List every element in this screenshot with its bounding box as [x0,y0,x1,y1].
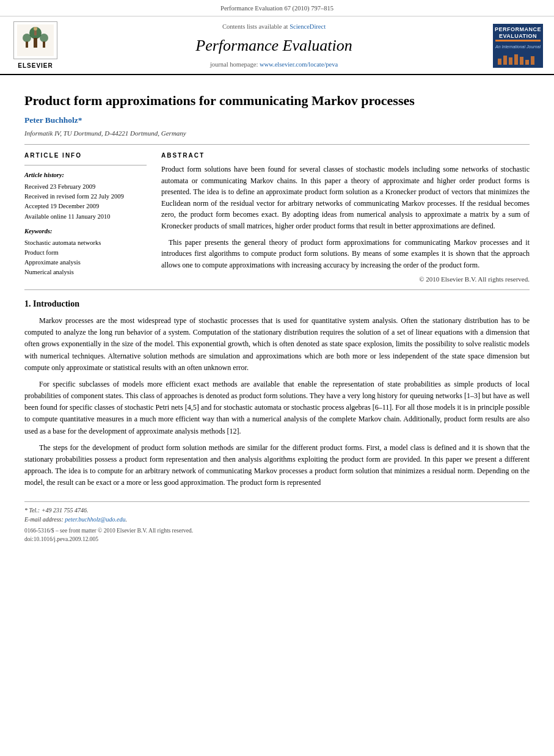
author-affiliation: Informatik IV, TU Dortmund, D-44221 Dort… [24,128,530,139]
available-date: Available online 11 January 2010 [24,212,147,222]
intro-para-1: Markov processes are the most widespread… [24,315,530,374]
svg-point-5 [40,34,48,42]
article-history-label: Article history: [24,170,147,180]
sciencedirect-link[interactable]: ScienceDirect [290,23,326,30]
keyword-2: Product form [24,248,147,258]
two-col-info-abstract: ARTICLE INFO Article history: Received 2… [24,151,530,285]
abstract-para-1: Product form solutions have been found f… [161,164,530,232]
footnote-star: * Tel.: +49 231 755 4746. [24,507,88,514]
journal-logo-right: PERFORMANCE EVALUATION An International … [488,24,543,68]
svg-rect-10 [503,56,507,65]
svg-rect-4 [26,42,28,48]
section-divider-2 [24,289,530,290]
received-date: Received 23 February 2009 [24,182,147,192]
svg-point-3 [23,34,31,42]
svg-rect-15 [531,56,534,65]
svg-rect-11 [509,57,512,65]
keywords-label: Keywords: [24,227,147,236]
elsevier-logo: ELSEVIER [11,21,60,70]
abstract-label: ABSTRACT [161,151,530,160]
journal-citation: Performance Evaluation 67 (2010) 797–815 [221,5,333,12]
elsevier-text: ELSEVIER [18,61,53,70]
keyword-3: Approximate analysis [24,258,147,267]
peval-bar [495,40,541,42]
section-1-heading: 1. Introduction [24,297,530,310]
journal-center: Contents lists available at ScienceDirec… [60,22,488,70]
footer-section: * Tel.: +49 231 755 4746. E-mail address… [24,501,530,544]
paper-title: Product form approximations for communic… [24,92,530,110]
keyword-1: Stochastic automata networks [24,238,147,248]
article-info-label: ARTICLE INFO [24,151,147,160]
svg-rect-9 [498,59,501,65]
abstract-text: Product form solutions have been found f… [161,164,530,271]
svg-rect-14 [525,60,529,65]
article-info-col: ARTICLE INFO Article history: Received 2… [24,151,147,285]
peval-subtitle: An International Journal [495,44,541,51]
elsevier-logo-box [13,21,57,59]
received-revised-date: Received in revised form 22 July 2009 [24,192,147,202]
footnote-email-link[interactable]: peter.buchholz@udo.edu [65,516,125,523]
elsevier-tree-svg [17,24,54,56]
journal-logo-box: PERFORMANCE EVALUATION An International … [493,24,543,68]
author-name: Peter Buchholz* [24,114,530,126]
section-divider-artinfo [24,165,147,165]
svg-rect-2 [34,38,37,48]
footnote-email-prefix: E-mail address: [24,516,65,523]
intro-para-2: For specific subclasses of models more e… [24,379,530,437]
page-wrapper: Performance Evaluation 67 (2010) 797–815 [0,0,554,756]
svg-rect-6 [43,42,45,48]
copyright-line: © 2010 Elsevier B.V. All rights reserved… [161,274,530,285]
svg-rect-13 [520,57,523,65]
peval-chart [497,53,539,65]
section-divider-1 [24,144,530,145]
journal-title: Performance Evaluation [60,34,488,57]
top-bar: Performance Evaluation 67 (2010) 797–815 [0,0,554,16]
accepted-date: Accepted 19 December 2009 [24,202,147,211]
main-content: Product form approximations for communic… [0,75,554,556]
peval-title: PERFORMANCE EVALUATION [495,26,541,40]
footer-footnote: * Tel.: +49 231 755 4746. E-mail address… [24,506,530,524]
svg-rect-12 [514,54,518,65]
intro-para-3: The steps for the development of product… [24,442,530,489]
abstract-col: ABSTRACT Product form solutions have bee… [161,151,530,285]
footer-license: 0166-5316/$ – see front matter © 2010 El… [24,526,530,544]
keyword-4: Numerical analysis [24,267,147,277]
homepage-link[interactable]: www.elsevier.com/locate/peva [260,61,338,68]
svg-point-7 [34,27,37,31]
journal-header: ELSEVIER Contents lists available at Sci… [0,16,554,75]
sciencedirect-line: Contents lists available at ScienceDirec… [60,22,488,32]
abstract-para-2: This paper presents the general theory o… [161,237,530,271]
journal-homepage: journal homepage: www.elsevier.com/locat… [60,60,488,70]
svg-rect-8 [34,31,37,35]
